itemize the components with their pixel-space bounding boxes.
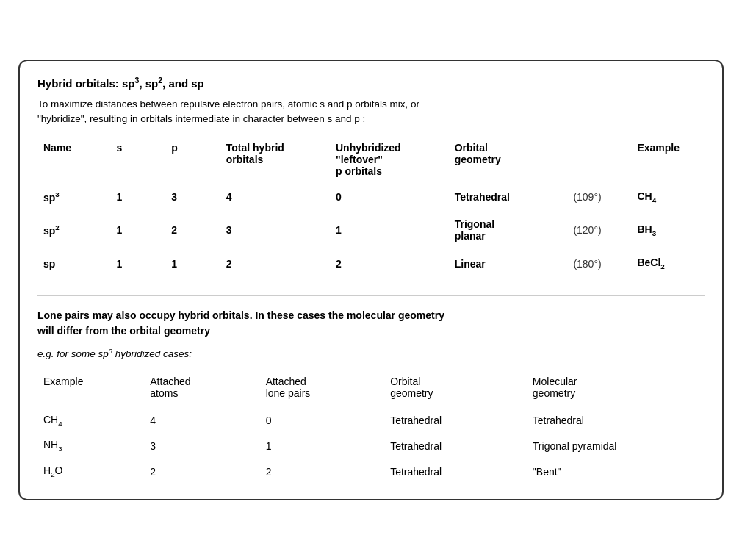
sp3-row2-example: NH3 bbox=[37, 433, 144, 459]
row-sp-s: 1 bbox=[111, 249, 166, 278]
row-sp-name: sp bbox=[37, 249, 111, 278]
table-row: sp 1 1 2 2 Linear (180°) BeCl2 bbox=[37, 249, 705, 278]
hybrid-table: Name s p Total hybridorbitals Unhybridiz… bbox=[37, 139, 705, 279]
header-s: s bbox=[111, 139, 166, 183]
sp3-row3-orbital-geometry: Tetrahedral bbox=[384, 459, 527, 484]
row-sp2-total: 3 bbox=[220, 211, 330, 249]
header-total: Total hybridorbitals bbox=[220, 139, 330, 183]
table-row: sp3 1 3 4 0 Tetrahedral (109°) CH4 bbox=[37, 183, 705, 212]
row-sp3-name: sp3 bbox=[37, 183, 111, 212]
row-sp3-s: 1 bbox=[111, 183, 166, 212]
row-sp-example: BeCl2 bbox=[631, 249, 705, 278]
row-sp2-s: 1 bbox=[111, 211, 166, 249]
list-item: NH3 3 1 Tetrahedral Trigonal pyramidal bbox=[37, 433, 705, 459]
sp3-row2-atoms: 3 bbox=[144, 433, 259, 459]
sp3-row2-orbital-geometry: Tetrahedral bbox=[384, 433, 527, 459]
header-example: Example bbox=[631, 139, 705, 183]
sp3-row1-molecular-geometry: Tetrahedral bbox=[527, 408, 705, 434]
sp3-table: Example Attachedatoms Attachedlone pairs… bbox=[37, 371, 705, 484]
header-p: p bbox=[165, 139, 220, 183]
sp3-row3-lone-pairs: 2 bbox=[260, 459, 384, 484]
header-orbital-geometry: Orbitalgeometry bbox=[449, 139, 568, 183]
sp3-row1-orbital-geometry: Tetrahedral bbox=[384, 408, 527, 434]
row-sp2-p: 2 bbox=[165, 211, 220, 249]
sp3-subtitle: e.g. for some sp3 hybridized cases: bbox=[37, 346, 705, 359]
sp3-header-orbital-geometry: Orbitalgeometry bbox=[384, 371, 527, 408]
header-angle bbox=[567, 139, 631, 183]
section-divider bbox=[37, 295, 705, 296]
sp3-row1-atoms: 4 bbox=[144, 408, 259, 434]
main-card: Hybrid orbitals: sp3, sp2, and sp To max… bbox=[18, 60, 724, 500]
sp3-row3-molecular-geometry: "Bent" bbox=[527, 459, 705, 484]
row-sp3-angle: (109°) bbox=[567, 183, 631, 212]
sp3-header-attached-atoms: Attachedatoms bbox=[144, 371, 259, 408]
card-title: Hybrid orbitals: sp3, sp2, and sp bbox=[37, 76, 705, 90]
header-unhybridized: Unhybridized"leftover"p orbitals bbox=[330, 139, 449, 183]
row-sp3-example: CH4 bbox=[631, 183, 705, 212]
row-sp-p: 1 bbox=[165, 249, 220, 278]
row-sp2-example: BH3 bbox=[631, 211, 705, 249]
sp3-row2-lone-pairs: 1 bbox=[260, 433, 384, 459]
sp3-row1-lone-pairs: 0 bbox=[260, 408, 384, 434]
sp3-row1-example: CH4 bbox=[37, 408, 144, 434]
row-sp-unhyb: 2 bbox=[330, 249, 449, 278]
sp3-row3-atoms: 2 bbox=[144, 459, 259, 484]
sp3-header-lone-pairs: Attachedlone pairs bbox=[260, 371, 384, 408]
row-sp2-unhyb: 1 bbox=[330, 211, 449, 249]
sp3-header-molecular-geometry: Moleculargeometry bbox=[527, 371, 705, 408]
list-item: CH4 4 0 Tetrahedral Tetrahedral bbox=[37, 408, 705, 434]
intro-text: To maximize distances between repulsive … bbox=[37, 97, 705, 127]
row-sp-total: 2 bbox=[220, 249, 330, 278]
sp3-row3-example: H2O bbox=[37, 459, 144, 484]
row-sp3-unhyb: 0 bbox=[330, 183, 449, 212]
table-row: sp2 1 2 3 1 Trigonalplanar (120°) BH3 bbox=[37, 211, 705, 249]
row-sp2-angle: (120°) bbox=[567, 211, 631, 249]
row-sp3-total: 4 bbox=[220, 183, 330, 212]
lone-pairs-title: Lone pairs may also occupy hybrid orbita… bbox=[37, 308, 705, 339]
header-name: Name bbox=[37, 139, 111, 183]
list-item: H2O 2 2 Tetrahedral "Bent" bbox=[37, 459, 705, 484]
row-sp-angle: (180°) bbox=[567, 249, 631, 278]
row-sp-geometry: Linear bbox=[449, 249, 568, 278]
sp3-row2-molecular-geometry: Trigonal pyramidal bbox=[527, 433, 705, 459]
row-sp2-name: sp2 bbox=[37, 211, 111, 249]
sp3-header-example: Example bbox=[37, 371, 144, 408]
row-sp2-geometry: Trigonalplanar bbox=[449, 211, 568, 249]
row-sp3-p: 3 bbox=[165, 183, 220, 212]
row-sp3-geometry: Tetrahedral bbox=[449, 183, 568, 212]
